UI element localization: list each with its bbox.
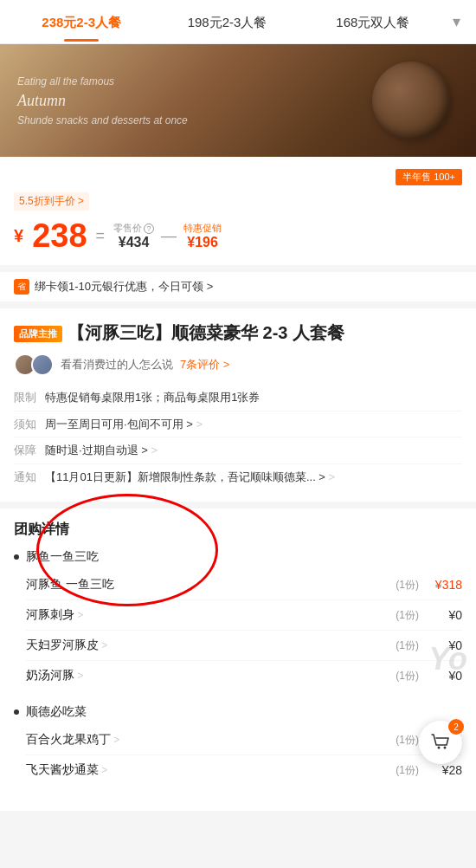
tab-bar: 238元2-3人餐 198元2-3人餐 168元双人餐 ▾ [0,0,476,44]
item-qty: (1份) [396,578,419,593]
item-qty: (1份) [396,669,419,683]
half-year-badge: 半年售 100+ [396,169,462,185]
item-name-link[interactable]: 奶汤河豚 [26,668,396,683]
price-symbol: ¥ [14,226,23,246]
reviews-count[interactable]: 7条评价 > [180,357,229,372]
list-item: 河豚鱼 一鱼三吃 (1份) ¥318 [26,570,462,600]
info-value-limit: 特惠促销每桌限用1张；商品每桌限用1张券 [45,389,462,406]
info-label-update: 通知 [14,469,45,486]
list-item: 天妇罗河豚皮 (1份) ¥0 [26,631,462,661]
item-price: ¥0 [428,669,462,683]
product-info: 品牌主推【河豚三吃】顺德菜豪华 2-3 人套餐 看看消费过的人怎么说 7条评价 … [0,308,476,508]
original-price-label: 零售价 ? [113,222,154,235]
price-card: 半年售 100+ 5.5折到手价 > ¥238 = 零售价 ? ¥434 — 特… [0,157,476,272]
svg-point-1 [444,747,447,749]
item-qty: (1份) [396,763,419,778]
info-value-guarantee[interactable]: 随时退·过期自动退 > [45,442,462,459]
tab-more-icon[interactable]: ▾ [446,0,467,43]
group-1-items: 河豚鱼 一鱼三吃 (1份) ¥318 河豚刺身 (1份) ¥0 天妇罗河豚皮 (… [14,570,462,690]
hero-food-image [372,62,450,139]
bank-icon: 省 [14,279,29,295]
list-item: 百合火龙果鸡丁 (1份) ¥45 [26,725,462,755]
item-price: ¥0 [428,638,462,652]
group-details: 团购详情 豚鱼一鱼三吃 河豚鱼 一鱼三吃 (1份) ¥318 河豚刺身 (1份)… [0,508,476,811]
info-row-update: 通知 【11月01日更新】新增限制性条款，吾记顺味顺德菜... > [14,464,462,490]
item-qty: (1份) [396,608,419,623]
reviews-text: 看看消费过的人怎么说 [61,357,173,372]
tab-168[interactable]: 168元双人餐 [300,3,446,42]
cart-icon [429,731,452,754]
product-title: 品牌主推【河豚三吃】顺德菜豪华 2-3 人套餐 [14,321,462,345]
cart-button[interactable]: 2 [419,721,462,764]
info-label-limit: 限制 [14,389,45,406]
list-item: 河豚刺身 (1份) ¥0 [26,600,462,631]
info-label-notice: 须知 [14,416,45,433]
item-qty: (1份) [396,733,419,748]
info-icon[interactable]: ? [144,223,154,234]
item-name-link[interactable]: 百合火龙果鸡丁 [26,732,396,748]
avatar-group [14,353,54,376]
detail-group-2: 顺德必吃菜 百合火龙果鸡丁 (1份) ¥45 飞天酱炒通菜 (1份) ¥28 [14,704,462,785]
minus-sign: — [161,227,177,245]
info-row-notice: 须知 周一至周日可用·包间不可用 > [14,411,462,438]
group-bullet [14,709,19,715]
hero-banner: Eating all the famous Autumn Shunde snac… [0,44,476,157]
info-label-guarantee: 保障 [14,442,45,459]
info-table: 限制 特惠促销每桌限用1张；商品每桌限用1张券 须知 周一至周日可用·包间不可用… [14,385,462,489]
original-price: ¥434 [113,235,154,250]
item-name-link[interactable]: 河豚刺身 [26,607,396,623]
info-row-guarantee: 保障 随时退·过期自动退 > [14,437,462,464]
detail-group-1: 豚鱼一鱼三吃 河豚鱼 一鱼三吃 (1份) ¥318 河豚刺身 (1份) ¥0 天… [14,549,462,690]
discount-label[interactable]: 5.5折到手价 > [14,192,89,211]
avatar [31,353,54,376]
list-item: 奶汤河豚 (1份) ¥0 [26,661,462,690]
group-2-items: 百合火龙果鸡丁 (1份) ¥45 飞天酱炒通菜 (1份) ¥28 [14,725,462,785]
tab-238[interactable]: 238元2-3人餐 [9,3,154,42]
group-2-name: 顺德必吃菜 [26,704,87,720]
main-price: 238 [32,217,87,255]
equals-sign: = [96,227,106,245]
item-qty: (1份) [396,638,419,653]
group-1-name: 豚鱼一鱼三吃 [26,549,99,565]
special-price: ¥196 [183,235,222,250]
group-details-title: 团购详情 [14,521,462,539]
item-name: 河豚鱼 一鱼三吃 [26,577,396,593]
item-name-link[interactable]: 飞天酱炒通菜 [26,762,396,778]
item-price: ¥0 [428,608,462,622]
cart-badge: 2 [448,719,464,735]
list-item: 飞天酱炒通菜 (1份) ¥28 [26,755,462,785]
item-name-link[interactable]: 天妇罗河豚皮 [26,638,396,653]
item-price: ¥318 [428,578,462,592]
hero-text: Eating all the famous Autumn Shunde snac… [17,74,188,128]
reviews-row: 看看消费过的人怎么说 7条评价 > [14,353,462,376]
info-value-notice[interactable]: 周一至周日可用·包间不可用 > [45,416,462,433]
special-price-label: 特惠促销 [183,222,222,235]
info-value-update[interactable]: 【11月01日更新】新增限制性条款，吾记顺味顺德菜... > [45,469,462,486]
item-price: ¥28 [428,763,462,777]
svg-point-0 [438,747,441,749]
brand-tag: 品牌主推 [14,326,62,342]
group-bullet [14,554,19,560]
bank-notice[interactable]: 省 绑卡领1-10元银行优惠，今日可领 > [0,272,476,308]
tab-198[interactable]: 198元2-3人餐 [154,3,299,42]
info-row-limit: 限制 特惠促销每桌限用1张；商品每桌限用1张券 [14,385,462,411]
bank-notice-text: 绑卡领1-10元银行优惠，今日可领 > [35,279,462,295]
